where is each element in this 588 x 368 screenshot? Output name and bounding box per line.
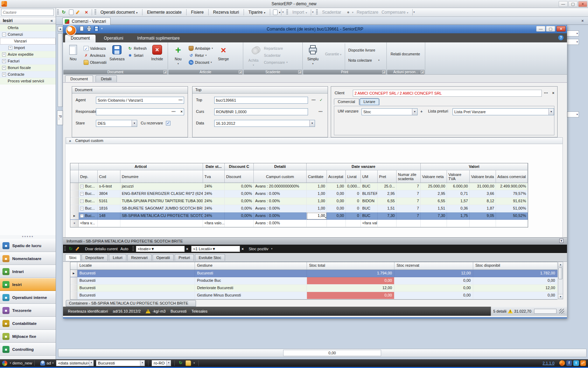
col-locatie[interactable]: Locatie <box>77 262 195 270</box>
nota-colectare-button[interactable]: Nota colectare▾ <box>347 57 380 63</box>
group-header-valori[interactable]: Valori <box>421 163 528 170</box>
responsabil-field[interactable] <box>96 108 184 115</box>
lista-preturi-combo[interactable]: Lista Pret Vanzare▼ <box>453 108 554 115</box>
toolbar-grip[interactable] <box>132 246 134 252</box>
toolbar-grip[interactable] <box>64 246 66 252</box>
module-nav-button[interactable]: ■ Iesiri <box>0 278 56 291</box>
module-nav-button[interactable]: ■ Controlling <box>0 343 56 356</box>
col-acceptat[interactable]: Acceptat <box>327 170 346 183</box>
copy-document-icon[interactable] <box>273 9 278 15</box>
anuleaza-button[interactable]: ✗Anuleaza <box>83 52 107 58</box>
expand-icon[interactable]: + <box>80 192 84 196</box>
order-window-titlebar[interactable]: ▾ Comanda client (de iesire) buc/139661 … <box>63 25 567 33</box>
resize-grip[interactable] <box>559 309 564 314</box>
maximize-button[interactable]: ▢ <box>568 1 578 7</box>
auto-label[interactable]: Auto <box>120 247 128 251</box>
pin-icon[interactable]: ▼ <box>559 239 564 243</box>
tree-expand-icon[interactable] <box>2 79 6 83</box>
toolbar-overflow[interactable]: ▾ <box>311 9 314 15</box>
module-nav-button[interactable]: ■ Operatiuni interne <box>0 291 56 304</box>
observatii-button[interactable]: Observatii <box>83 59 107 65</box>
relatii-documente-button[interactable]: Relatii documente <box>388 43 422 70</box>
tree-expand-icon[interactable]: + <box>2 59 6 63</box>
dialog-launcher-icon[interactable]: ◢ <box>298 70 301 74</box>
um-add-icon[interactable]: + <box>420 109 422 114</box>
col-valoare-tva[interactable]: Valoare TVA <box>447 170 470 183</box>
tree-expand-icon[interactable]: + <box>2 53 6 56</box>
collapse-chevron-icon[interactable]: « <box>67 140 73 142</box>
theme-palette-icon[interactable] <box>2 361 7 366</box>
taskbar-refresh-icon[interactable]: ↻ <box>178 360 183 366</box>
cell-cantitate[interactable]: 1,00 <box>307 198 327 205</box>
simplu-button[interactable]: Simplu▾ <box>304 43 322 70</box>
dialog-launcher-icon[interactable]: ◢ <box>382 70 385 74</box>
retur-button[interactable]: ↺Retur▾ <box>188 52 214 58</box>
user-dropdown-icon[interactable]: ▾ <box>52 362 54 364</box>
system-date-combo[interactable]: <data sistemului>▼ <box>56 360 94 366</box>
toolbar-grip[interactable] <box>94 9 96 15</box>
delete-icon[interactable]: × <box>83 9 90 15</box>
module-nav-button[interactable]: ■ Spatiu de lucru <box>0 239 56 252</box>
dialog-launcher-icon[interactable]: ◢ <box>421 70 424 74</box>
ribbon-tab[interactable]: Document <box>65 35 96 42</box>
doar-detaliu-curent-label[interactable]: Doar detaliu curent <box>85 247 118 251</box>
discount-button[interactable]: %Discount▾ <box>188 59 214 65</box>
tree-item[interactable]: - Comenzi <box>0 31 56 38</box>
articol-nou-button[interactable]: +Nou▾ <box>169 43 187 70</box>
col-tva[interactable]: Tva <box>203 170 225 183</box>
close-button[interactable]: × <box>578 1 587 7</box>
fisiere-button[interactable]: Fisiere <box>188 9 207 16</box>
responsabil-clear-icon[interactable]: × <box>181 109 183 114</box>
tree-item[interactable]: Proces verbal servicii <box>0 78 56 84</box>
col-livrat[interactable]: Livrat <box>346 170 361 183</box>
stock-tab[interactable]: Loturi <box>109 254 126 261</box>
data-combo[interactable]: 16.10.2012▼ <box>214 120 315 127</box>
doc-tab[interactable]: Document <box>65 75 93 82</box>
tree-expand-icon[interactable]: + <box>8 46 12 50</box>
dispozitie-livrare-button[interactable]: Dispozitie livrare <box>347 47 380 53</box>
article-row[interactable]: +Buc... 3804 ENG-BATERII ENERGIZER CLASI… <box>70 190 528 198</box>
stock-scrollbar[interactable]: ▲ ▼ <box>558 262 563 299</box>
info-edit-icon[interactable] <box>75 246 82 252</box>
group-header-date-vanzare[interactable]: Date vanzare <box>307 163 421 170</box>
new-document-icon[interactable] <box>69 9 74 15</box>
top-field[interactable]: buc/139661 <box>214 97 308 104</box>
clear-filter2-icon[interactable]: × <box>241 247 244 251</box>
tree-item[interactable]: + Import <box>0 45 56 51</box>
order-maximize-button[interactable]: ▢ <box>546 26 555 32</box>
info-panel-header[interactable]: Informatii - SB-SPIRA METALICA CU PROTEC… <box>63 237 567 245</box>
toolbar-grip[interactable] <box>316 9 318 15</box>
info-refresh-icon[interactable]: ↻ <box>68 246 74 252</box>
twitter-icon[interactable]: t <box>573 360 579 366</box>
agent-field[interactable]: Sorin Ciobanoiu / Vanzari1 <box>96 97 184 104</box>
col-discount[interactable]: Discount <box>225 170 254 183</box>
folder-dropdown-icon[interactable]: ▾ <box>194 362 195 364</box>
article-new-row[interactable]: <fara v... <fara valo... Avans : 0.00% <… <box>70 220 528 227</box>
tree-item[interactable]: + Facturi <box>0 58 56 64</box>
module-nav-button[interactable]: ■ Nomenclatoare <box>0 252 56 265</box>
module-nav-button[interactable]: ■ Intrari <box>0 265 56 278</box>
article-row[interactable]: +Buc... 148 SB-SPIRA METALICA CU PROTECT… <box>70 212 528 220</box>
tab-close-icon[interactable]: × <box>580 18 585 23</box>
location-combo[interactable]: Bucuresti▼ <box>96 360 145 366</box>
campuri-custom-header[interactable]: « Campuri custom <box>66 137 563 144</box>
ribbon-tab[interactable]: Operatiuni <box>98 35 129 42</box>
toolbar-overflow[interactable]: ▾ <box>281 9 285 15</box>
edit-icon[interactable] <box>76 9 82 15</box>
properties-vertical-tab[interactable]: P... <box>57 110 63 125</box>
version-link[interactable]: 2.1.1.0 <box>542 361 554 365</box>
stock-tab[interactable]: Evolutie Stoc <box>195 254 225 261</box>
cell-cantitate[interactable]: 1,00 <box>307 205 327 212</box>
tiparire-button[interactable]: Tiparire▾ <box>245 9 268 16</box>
scroll-down-icon[interactable]: ▼ <box>558 294 563 299</box>
dialog-launcher-icon[interactable]: ◢ <box>239 70 242 74</box>
help-icon[interactable]: ? <box>558 35 564 40</box>
tree-expand-icon[interactable] <box>2 26 6 30</box>
theme-dropdown-icon[interactable]: ▾ <box>10 362 11 364</box>
tree-item[interactable]: Oferta <box>0 25 56 31</box>
cu-rezervare-checkbox[interactable]: ✓ <box>166 121 170 125</box>
refresh-button[interactable]: ↻Refresh <box>126 45 148 51</box>
group-header-detalii[interactable]: Detalii <box>254 163 307 170</box>
taskbar-folder-icon[interactable] <box>186 360 191 366</box>
tab-comenzi-vanzari[interactable]: Comenzi - Vanzari <box>62 18 111 25</box>
